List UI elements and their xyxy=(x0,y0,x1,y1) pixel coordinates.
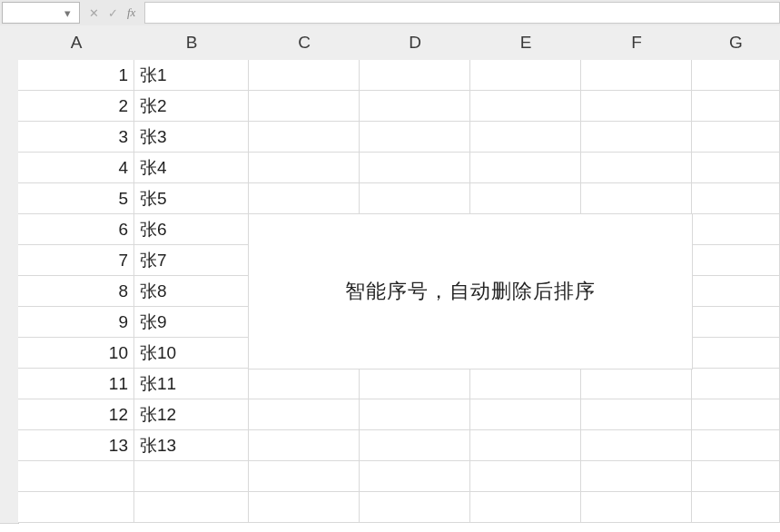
cell[interactable] xyxy=(581,492,692,523)
cell[interactable] xyxy=(692,276,780,307)
cell[interactable]: 张7 xyxy=(134,245,249,276)
column-header-D[interactable]: D xyxy=(360,25,471,61)
cell[interactable] xyxy=(470,461,581,492)
cell[interactable] xyxy=(360,399,470,430)
cell[interactable] xyxy=(470,399,581,430)
cancel-icon[interactable]: ✕ xyxy=(89,6,99,20)
row-header[interactable] xyxy=(0,214,19,246)
cell[interactable] xyxy=(692,369,780,399)
cell[interactable] xyxy=(470,91,581,122)
cell[interactable] xyxy=(581,183,692,214)
cell[interactable] xyxy=(470,153,581,183)
row-header[interactable] xyxy=(0,307,19,339)
column-header-A[interactable]: A xyxy=(18,25,135,61)
row-header[interactable] xyxy=(0,245,19,277)
row-header[interactable] xyxy=(0,153,19,184)
cell[interactable] xyxy=(470,60,581,91)
cell[interactable] xyxy=(692,492,780,523)
cell[interactable] xyxy=(249,492,360,523)
cell[interactable] xyxy=(692,430,780,461)
cell[interactable] xyxy=(249,430,360,461)
cell[interactable]: 张12 xyxy=(134,399,249,430)
row-header[interactable] xyxy=(0,492,19,524)
cell[interactable] xyxy=(360,461,470,492)
cell[interactable]: 11 xyxy=(18,369,134,399)
cell[interactable]: 张9 xyxy=(134,307,249,338)
column-header-B[interactable]: B xyxy=(134,25,250,61)
cell[interactable] xyxy=(360,183,470,214)
cell[interactable] xyxy=(249,461,360,492)
cell[interactable] xyxy=(692,245,780,276)
cell[interactable] xyxy=(581,430,692,461)
cell[interactable]: 3 xyxy=(18,122,134,153)
cell[interactable] xyxy=(692,338,780,369)
cell[interactable]: 1 xyxy=(18,60,134,91)
column-header-C[interactable]: C xyxy=(249,25,360,61)
cell[interactable]: 张5 xyxy=(134,183,249,214)
cell[interactable]: 张13 xyxy=(134,430,249,461)
column-header-G[interactable]: G xyxy=(692,25,780,61)
chevron-down-icon[interactable]: ▾ xyxy=(61,6,74,20)
cell[interactable]: 张1 xyxy=(134,60,249,91)
cell[interactable]: 12 xyxy=(18,399,134,430)
cell[interactable] xyxy=(249,369,360,399)
cell[interactable]: 10 xyxy=(18,338,134,369)
cell[interactable] xyxy=(470,122,581,153)
row-header[interactable] xyxy=(0,399,19,431)
cell[interactable]: 张3 xyxy=(134,122,249,153)
cell[interactable]: 9 xyxy=(18,307,134,338)
cell[interactable] xyxy=(249,122,360,153)
select-all-corner[interactable] xyxy=(0,25,19,61)
cell[interactable] xyxy=(581,153,692,183)
cell[interactable] xyxy=(692,122,780,153)
row-header[interactable] xyxy=(0,461,19,493)
column-header-F[interactable]: F xyxy=(581,25,693,61)
row-header[interactable] xyxy=(0,369,19,400)
cell[interactable] xyxy=(360,369,470,399)
cell[interactable] xyxy=(470,369,581,399)
cell[interactable]: 张8 xyxy=(134,276,249,307)
row-header[interactable] xyxy=(0,91,19,123)
row-header[interactable] xyxy=(0,122,19,153)
cell[interactable] xyxy=(581,461,692,492)
row-header[interactable] xyxy=(0,276,19,308)
cell[interactable] xyxy=(249,91,360,122)
cell[interactable]: 7 xyxy=(18,245,134,276)
cell[interactable] xyxy=(18,492,134,523)
cell[interactable] xyxy=(581,399,692,430)
cell[interactable] xyxy=(692,399,780,430)
cell[interactable] xyxy=(470,492,581,523)
cell[interactable] xyxy=(134,492,249,523)
cell[interactable]: 5 xyxy=(18,183,134,214)
cell[interactable]: 张11 xyxy=(134,369,249,399)
name-box[interactable]: ▾ xyxy=(2,2,80,24)
cell[interactable]: 13 xyxy=(18,430,134,461)
cell[interactable] xyxy=(581,91,692,122)
cell[interactable] xyxy=(360,91,470,122)
cell[interactable] xyxy=(692,60,780,91)
cell[interactable]: 张10 xyxy=(134,338,249,369)
row-header[interactable] xyxy=(0,183,19,215)
cell[interactable]: 2 xyxy=(18,91,134,122)
cell[interactable] xyxy=(692,307,780,338)
cell[interactable] xyxy=(360,153,470,183)
cell[interactable] xyxy=(18,461,134,492)
cell[interactable] xyxy=(249,399,360,430)
row-header[interactable] xyxy=(0,430,19,462)
cell[interactable] xyxy=(581,369,692,399)
cell[interactable] xyxy=(470,183,581,214)
cell[interactable] xyxy=(360,492,470,523)
cell[interactable]: 张2 xyxy=(134,91,249,122)
enter-icon[interactable]: ✓ xyxy=(108,6,118,20)
cell[interactable]: 4 xyxy=(18,153,134,183)
formula-input[interactable] xyxy=(144,2,780,24)
cell[interactable] xyxy=(692,461,780,492)
cell[interactable] xyxy=(581,60,692,91)
merged-note-cell[interactable]: 智能序号，自动删除后排序 xyxy=(249,214,693,369)
cell[interactable] xyxy=(360,60,470,91)
cell[interactable]: 张6 xyxy=(134,214,249,245)
cell[interactable]: 8 xyxy=(18,276,134,307)
cell[interactable] xyxy=(134,461,249,492)
row-header[interactable] xyxy=(0,60,19,92)
cell[interactable] xyxy=(249,153,360,183)
